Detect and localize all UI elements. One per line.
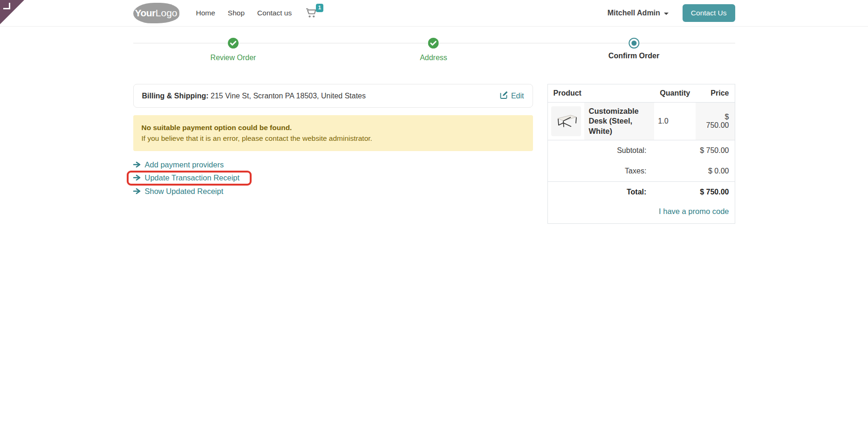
action-link-label: Add payment providers [145,160,224,169]
total-label: Total: [547,182,654,203]
edit-pencil-icon [500,91,508,101]
payment-warning-alert: No suitable payment option could be foun… [133,115,533,151]
update-transaction-receipt-link[interactable]: Update Transaction Receipt [133,173,240,183]
product-quantity: 1.0 [654,103,696,140]
cart-icon [306,8,317,18]
step-label: Confirm Order [608,52,659,60]
alert-message: If you believe that it is an error, plea… [142,133,525,144]
main-nav: Home Shop Contact us [196,9,292,17]
arrow-right-icon [133,174,141,181]
checkout-progress: Review Order Address Confirm Order [133,38,735,72]
step-address[interactable]: Address [420,38,447,62]
col-header-product: Product [547,84,654,103]
billing-label: Billing & Shipping: [142,92,209,100]
add-payment-providers-link[interactable]: Add payment providers [133,159,224,170]
col-header-quantity: Quantity [654,84,696,103]
contact-us-button[interactable]: Contact Us [683,4,735,22]
nav-contact-us[interactable]: Contact us [257,9,292,17]
taxes-value: $ 0.00 [654,161,735,182]
total-row: Total: $ 750.00 [547,182,735,203]
cart-count-badge: 1 [316,4,323,12]
radio-selected-icon [629,38,639,48]
promo-row: I have a promo code [547,202,735,224]
check-circle-icon [428,38,439,50]
edit-address-link[interactable]: Edit [500,91,524,101]
promo-code-link[interactable]: I have a promo code [659,207,729,215]
arrow-right-icon [133,188,141,194]
billing-shipping-card: Billing & Shipping: 215 Vine St, Scranto… [133,84,533,108]
logo-text-bold: Your [135,7,156,19]
arrow-right-icon [133,161,141,168]
edit-link-label: Edit [511,92,524,100]
nav-shop[interactable]: Shop [228,9,245,17]
chevron-down-icon [664,13,669,15]
cart-button[interactable]: 1 [306,8,323,18]
subtotal-row: Subtotal: $ 750.00 [547,140,735,161]
logo-text-light: Logo [156,7,178,19]
subtotal-label: Subtotal: [547,140,654,161]
step-confirm-order[interactable]: Confirm Order [608,38,659,60]
site-logo[interactable]: YourLogo [133,3,179,23]
billing-address: Billing & Shipping: 215 Vine St, Scranto… [142,92,366,100]
annotation-highlight-box: Update Transaction Receipt [127,171,252,186]
product-price: $ 750.00 [696,103,735,140]
taxes-label: Taxes: [547,161,654,182]
alert-title: No suitable payment option could be foun… [142,122,525,133]
step-review-order[interactable]: Review Order [211,38,256,62]
step-label: Review Order [211,54,256,62]
billing-address-text: 215 Vine St, Scranton PA 18503, United S… [211,92,366,100]
show-updated-receipt-link[interactable]: Show Updated Receipt [133,186,224,197]
total-value: $ 750.00 [654,182,735,203]
return-corner-icon [3,3,10,9]
col-header-price: Price [696,84,735,103]
action-link-label: Show Updated Receipt [145,187,224,196]
product-thumbnail [551,106,581,136]
user-menu-dropdown[interactable]: Mitchell Admin [608,9,669,17]
site-header: YourLogo Home Shop Contact us 1 Mitchell… [0,0,868,27]
taxes-row: Taxes: $ 0.00 [547,161,735,182]
payment-action-links: Add payment providers Update Transaction… [133,159,533,197]
order-item-row: Customizable Desk (Steel, White) 1.0 $ 7… [547,103,735,140]
table-header-row: Product Quantity Price [547,84,735,103]
step-label: Address [420,54,447,62]
nav-home[interactable]: Home [196,9,215,17]
action-link-label: Update Transaction Receipt [145,173,240,182]
product-image-cell [547,103,584,140]
subtotal-value: $ 750.00 [654,140,735,161]
order-summary-table: Product Quantity Price [547,84,735,224]
check-circle-icon [228,38,239,50]
product-name: Customizable Desk (Steel, White) [584,103,655,140]
user-name: Mitchell Admin [608,9,660,17]
